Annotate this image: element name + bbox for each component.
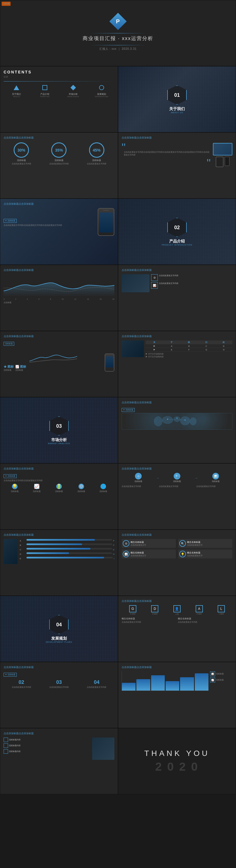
thankyou-year: 2 0 2 0 [155,760,199,773]
prog-label-a: A [20,540,25,542]
licon-box-G: G [129,605,136,612]
diamond-icon [70,85,76,90]
linechart-header[interactable]: 点击添加标题 [4,335,114,338]
bchart-ilabel-2: 流程标题 [216,679,224,681]
numsteps-header[interactable]: 点击添加标题 [4,665,114,669]
badge-col-1: ⚙ 概念名称标题 点击此处更改文字 📊 概念名称标题 点击此处更改文字 [122,539,176,558]
content-label-en-4: Development plan [95,96,108,97]
micon-2: 📈 流程标题 [33,484,41,493]
fc-label-2: 流程标题内容 [9,744,21,747]
step-2: 🔍 流程标题 [160,473,194,483]
worldmap-header[interactable]: 点击添加标题 [122,401,232,404]
step-label-2: 流程标题 [160,480,194,483]
slide-processflow-inner: 点击添加标题 ⚙ 流程标题 → 🔍 流程标题 → 📊 流程标题 点击此处更改文 [118,464,236,529]
content-item-4: 发展规划 Development plan [89,84,114,97]
lettericons-header[interactable]: 点击添加标题 [122,599,232,603]
hex-badge-02: 02 [167,218,187,237]
fc-item-1: 流程标题内容 [4,738,90,742]
quote-close: " [122,157,211,168]
slide-quote-header[interactable]: 点击添加标题 [122,136,232,140]
bchart-ibox-1: 📊 [210,671,215,676]
micon-circle-5: 🌐 [100,484,106,489]
micon-label-3: 流程标题 [55,490,63,493]
slide-quote: 点击添加标题 " 点击此处更改文字内容点击此处更改文字内容点击此处更改文字内容点… [118,132,236,198]
section03-num: 03 [56,423,62,429]
wave-header[interactable]: 点击添加标题 [4,268,114,272]
arrow-1: → [156,476,159,479]
phone-small-screen [106,356,113,367]
numsteps-tag: ▼ 流程标题 [4,673,17,677]
stat-desc-3: 点击此处更改文字内容 [87,162,106,165]
bar-3 [151,675,165,690]
title-main: 商业项目汇报 · xxx运营分析 [83,35,153,42]
fc-icon-1 [4,738,8,742]
micon-5: 🌐 流程标题 [99,484,107,493]
slide-wavechart: 点击添加标题 024681012141618 点击标题 [0,265,118,331]
licon-label-D: D-label [151,613,158,615]
slide-progress-inner: 点击添加标题 A P B F C [0,530,118,595]
slide-barchart-inner: 点击添加标题 📊 流程标题 [118,662,236,728]
barchart-header[interactable]: 点击添加标题 [122,665,232,669]
marketicons-header[interactable]: 点击添加标题 [4,467,114,471]
square-icon [42,85,47,90]
slide-worldmap: 点击添加标题 ▼ 流程标题 [118,397,236,463]
svg-point-0 [154,416,162,426]
section04-en: DEVELOPMENT PLANS [46,641,72,643]
barchart-icons: 📊 流程标题 📈 流程标题 [210,671,232,691]
numsteps-row: 02 点击此处更改文字内容 03 点击此处更改文字内容 04 点击此处更改文字内… [4,679,114,689]
finalcontent-header[interactable]: 点击添加标题 [4,732,114,735]
landscape-photo [122,340,144,357]
content-label-en-2: Product intro [40,96,50,97]
lc-stat-1: ★ 图标 流程标题 [4,365,13,372]
prog-val-3: G [113,549,114,551]
slide-linechart-inner: 点击添加标题 流程标题 ★ 图标 流程标题 📈 图标 [0,331,118,397]
phone-device [225,157,230,166]
fc-label-1: 流程标题内容 [9,738,21,741]
logo-letter: P [116,18,120,25]
badge-col-2: 🔍 概念名称标题 点击此处更改文字 💡 概念名称标题 点击此处更改文字 [178,539,232,558]
licon-box-A: A [196,605,203,612]
processflow-header[interactable]: 点击添加标题 [122,467,232,471]
slide-stats-header[interactable]: 点击添加标题 [4,136,114,140]
tech-text: ▼ 流程标题 点击此处更改文字内容点击此处更改文字内容点击此处更改文字内容 [4,217,95,227]
prog-fill-5 [26,557,104,558]
micon-4: ⚙ 流程标题 [77,484,85,493]
quote-open: " [122,142,211,153]
iconbadges-header[interactable]: 点击添加标题 [122,533,232,537]
th-5: 的 [215,340,232,344]
slide-tech-header[interactable]: 点击添加标题 [4,202,114,206]
micon-circle-3: 🔋 [56,484,62,489]
row-5: 点击添加标题 024681012141618 点击标题 点击添加标题 [0,265,236,331]
micon-label-4: 流程标题 [77,490,85,493]
icon-desc-2: 点击此处更改文字内容 [159,282,178,289]
small-devices [216,157,230,167]
prog-row-2: B F [20,544,114,547]
contents-divider [4,81,114,82]
row-4: 点击添加标题 ▼ 流程标题 点击此处更改文字内容点击此处更改文字内容点击此处更改… [0,198,236,265]
licon-label-G: G-label [129,613,136,615]
nstep-desc-03: 点击此处更改文字内容 [41,686,77,689]
slide-thankyou: THANK YOU 2 0 2 0 [118,728,236,794]
title-sub: 汇报人：xxx ｜ 2020.3.31 [99,47,137,51]
stat-num-2: 35% [55,148,63,152]
icon-row: ⚙ 点击此处更改文字内容 [151,274,232,281]
slide-contents: CONTENTS 目录 关于我们 About us 产品介绍 Product i… [0,66,118,132]
datatable-header[interactable]: 点击添加标题 [122,335,232,338]
prog-bar-5 [26,557,113,558]
badge-text-2: 概念名称标题 点击此处更改文字 [130,551,146,557]
content-item-2: 产品介绍 Product intro [32,84,58,97]
techicons-header[interactable]: 点击添加标题 [122,268,232,272]
prog-val-1: P [113,540,114,542]
contents-heading: CONTENTS [4,70,114,74]
letter-details: 概念名称标题 点击此处更改文字内容 概念名称标题 点击此处更改文字内容 [122,617,232,623]
bar-container [122,671,208,691]
badge-text-1: 概念名称标题 点击此处更改文字 [130,541,146,547]
slide-section01: 01 关于我们 ABOUT US [118,66,236,132]
svg-point-4 [190,417,196,425]
prog-val-5: I [114,558,114,560]
progress-header[interactable]: 点击添加标题 [4,533,114,537]
th-1: 关 [146,340,163,344]
ldetail-title-2: 概念名称标题 [178,617,232,620]
finalcontent-body: 流程标题内容 流程标题内容 流程标题内容 [4,738,114,760]
ldetail-title-1: 概念名称标题 [122,617,176,620]
